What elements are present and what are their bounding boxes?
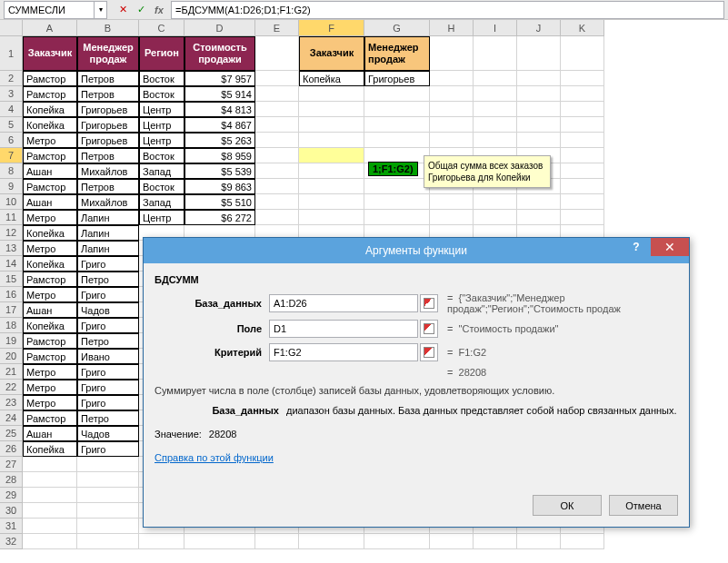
- cell[interactable]: [364, 534, 430, 549]
- cell[interactable]: Григорьев: [77, 117, 139, 133]
- cell[interactable]: Григо: [77, 364, 139, 380]
- cell[interactable]: Метро: [23, 241, 77, 256]
- cell[interactable]: [255, 179, 299, 194]
- cell[interactable]: Восток: [139, 148, 184, 163]
- cell[interactable]: [364, 179, 430, 194]
- cell[interactable]: Копейка: [23, 117, 77, 133]
- cell[interactable]: [430, 210, 474, 225]
- cell[interactable]: [517, 133, 561, 148]
- cell[interactable]: Ашан: [23, 194, 77, 210]
- cell[interactable]: Запад: [139, 163, 184, 179]
- cell[interactable]: Петров: [77, 179, 139, 194]
- cell[interactable]: Петро: [77, 410, 139, 426]
- cell[interactable]: Ашан: [23, 163, 77, 179]
- row-header[interactable]: 8: [0, 163, 23, 179]
- dialog-close-button[interactable]: ✕: [651, 238, 689, 256]
- cell[interactable]: [561, 210, 604, 225]
- cell[interactable]: $5 510: [184, 194, 255, 210]
- cell[interactable]: [561, 148, 604, 163]
- row-header[interactable]: 2: [0, 71, 23, 86]
- cell[interactable]: [255, 86, 299, 102]
- cell[interactable]: Рамстор: [23, 86, 77, 102]
- arg-input[interactable]: [269, 294, 418, 312]
- cell[interactable]: Копейка: [23, 102, 77, 117]
- cell[interactable]: Ашан: [23, 302, 77, 318]
- cell[interactable]: [299, 194, 364, 210]
- cell[interactable]: [561, 36, 604, 71]
- cell[interactable]: [474, 102, 517, 117]
- cell[interactable]: [561, 117, 604, 133]
- col-header[interactable]: C: [139, 20, 184, 36]
- cell[interactable]: [255, 194, 299, 210]
- cell[interactable]: [23, 472, 77, 488]
- cell[interactable]: Запад: [139, 194, 184, 210]
- cell[interactable]: Лапин: [77, 241, 139, 256]
- cell[interactable]: Григорьев: [77, 133, 139, 148]
- row-header[interactable]: 14: [0, 256, 23, 272]
- cell[interactable]: [23, 457, 77, 472]
- col-header[interactable]: D: [184, 20, 255, 36]
- row-header[interactable]: 5: [0, 117, 23, 133]
- col-header[interactable]: E: [255, 20, 299, 36]
- cell[interactable]: Григо: [77, 380, 139, 395]
- cell[interactable]: [430, 117, 474, 133]
- cell[interactable]: Стоимость продажи: [184, 36, 255, 71]
- cell[interactable]: [299, 86, 364, 102]
- col-header[interactable]: J: [517, 20, 561, 36]
- row-header[interactable]: 20: [0, 349, 23, 364]
- cell[interactable]: $4 867: [184, 117, 255, 133]
- row-header[interactable]: 11: [0, 210, 23, 225]
- cell[interactable]: $5 539: [184, 163, 255, 179]
- row-header[interactable]: 31: [0, 519, 23, 534]
- cell[interactable]: [184, 534, 255, 549]
- cell[interactable]: $6 272: [184, 210, 255, 225]
- cell[interactable]: [517, 117, 561, 133]
- row-header[interactable]: 22: [0, 380, 23, 395]
- cell[interactable]: [517, 534, 561, 549]
- cell[interactable]: [561, 102, 604, 117]
- cell[interactable]: [255, 534, 299, 549]
- row-header[interactable]: 32: [0, 534, 23, 549]
- arg-input[interactable]: [269, 320, 418, 338]
- cancel-icon[interactable]: ✕: [115, 2, 131, 18]
- cell[interactable]: Рамстор: [23, 333, 77, 349]
- cell[interactable]: Михайлов: [77, 194, 139, 210]
- cell[interactable]: [23, 503, 77, 519]
- row-header[interactable]: 30: [0, 503, 23, 519]
- cell[interactable]: $4 813: [184, 102, 255, 117]
- cell[interactable]: [255, 163, 299, 179]
- cell[interactable]: $7 957: [184, 71, 255, 86]
- cell[interactable]: $5 263: [184, 133, 255, 148]
- cancel-button[interactable]: Отмена: [609, 495, 678, 516]
- cell[interactable]: [299, 534, 364, 549]
- row-header[interactable]: 1: [0, 36, 23, 71]
- cell[interactable]: [430, 194, 474, 210]
- formula-bar[interactable]: =БДСУММ(A1:D26;D1;F1:G2): [171, 1, 724, 19]
- cell[interactable]: Григо: [77, 318, 139, 333]
- cell[interactable]: [561, 179, 604, 194]
- cell[interactable]: [474, 133, 517, 148]
- cell[interactable]: [474, 117, 517, 133]
- cell[interactable]: [364, 194, 430, 210]
- cell[interactable]: [430, 133, 474, 148]
- cell[interactable]: Рамстор: [23, 410, 77, 426]
- cell[interactable]: Григо: [77, 441, 139, 457]
- row-header[interactable]: 18: [0, 318, 23, 333]
- row-header[interactable]: 25: [0, 426, 23, 441]
- cell[interactable]: [364, 102, 430, 117]
- row-header[interactable]: 7: [0, 148, 23, 163]
- cell[interactable]: Ивано: [77, 349, 139, 364]
- cell[interactable]: [474, 194, 517, 210]
- cell[interactable]: [299, 179, 364, 194]
- cell[interactable]: Лапин: [77, 225, 139, 241]
- col-header[interactable]: H: [430, 20, 474, 36]
- cell[interactable]: [77, 534, 139, 549]
- cell[interactable]: [517, 102, 561, 117]
- row-header[interactable]: 21: [0, 364, 23, 380]
- cell[interactable]: [255, 36, 299, 71]
- cell[interactable]: [561, 133, 604, 148]
- cell[interactable]: [77, 488, 139, 503]
- range-select-button[interactable]: [420, 343, 438, 361]
- cell[interactable]: Рамстор: [23, 148, 77, 163]
- ok-button[interactable]: ОК: [533, 495, 602, 516]
